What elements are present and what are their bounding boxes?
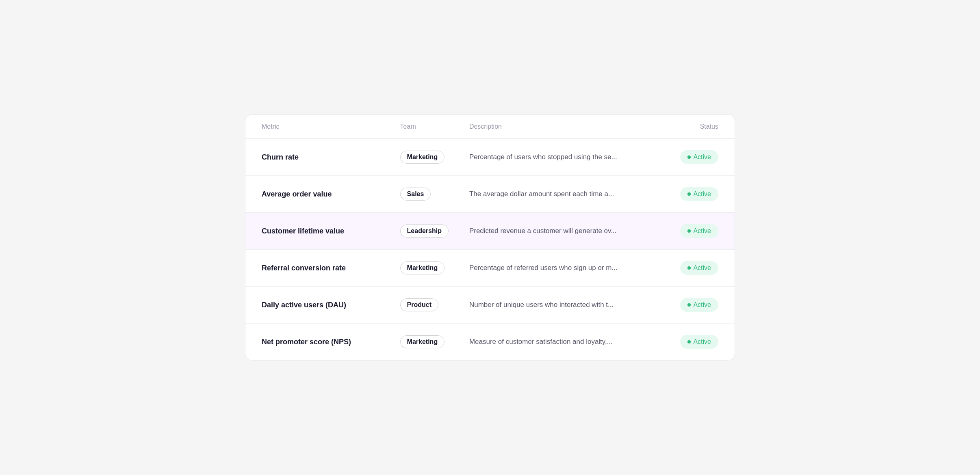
status-badge: Active — [680, 335, 718, 349]
status-cell: Active — [663, 298, 718, 312]
status-badge: Active — [680, 261, 718, 275]
team-badge: Leadership — [400, 225, 449, 238]
status-cell: Active — [663, 261, 718, 275]
description-column-header: Description — [469, 123, 663, 130]
description-text: Percentage of referred users who sign up… — [469, 264, 663, 272]
description-text: Percentage of users who stopped using th… — [469, 153, 663, 161]
status-badge: Active — [680, 187, 718, 201]
team-badge-cell: Marketing — [400, 335, 469, 348]
status-label: Active — [693, 338, 711, 345]
status-badge: Active — [680, 298, 718, 312]
status-dot-icon — [687, 303, 691, 307]
table-row[interactable]: Average order value Sales The average do… — [245, 176, 735, 213]
status-dot-icon — [687, 192, 691, 196]
team-badge: Product — [400, 298, 438, 311]
metric-column-header: Metric — [262, 123, 400, 130]
table-row[interactable]: Net promoter score (NPS) Marketing Measu… — [245, 324, 735, 360]
status-dot-icon — [687, 266, 691, 270]
metric-name: Daily active users (DAU) — [262, 301, 400, 309]
table-row[interactable]: Referral conversion rate Marketing Perce… — [245, 250, 735, 287]
description-text: Predicted revenue a customer will genera… — [469, 227, 663, 235]
status-dot-icon — [687, 155, 691, 159]
status-cell: Active — [663, 187, 718, 201]
metric-name: Churn rate — [262, 153, 400, 162]
team-badge-cell: Marketing — [400, 151, 469, 164]
description-text: Number of unique users who interacted wi… — [469, 301, 663, 309]
status-label: Active — [693, 190, 711, 198]
metric-name: Net promoter score (NPS) — [262, 338, 400, 346]
metrics-table: Metric Team Description Status Churn rat… — [245, 114, 735, 361]
team-badge: Sales — [400, 188, 431, 201]
status-label: Active — [693, 264, 711, 272]
team-badge-cell: Leadership — [400, 225, 469, 238]
status-badge: Active — [680, 150, 718, 164]
team-badge: Marketing — [400, 261, 445, 274]
status-label: Active — [693, 153, 711, 161]
status-cell: Active — [663, 150, 718, 164]
table-row[interactable]: Churn rate Marketing Percentage of users… — [245, 139, 735, 176]
team-column-header: Team — [400, 123, 469, 130]
metric-name: Referral conversion rate — [262, 264, 400, 272]
team-badge: Marketing — [400, 335, 445, 348]
metric-name: Average order value — [262, 190, 400, 199]
status-dot-icon — [687, 340, 691, 343]
description-text: Measure of customer satisfaction and loy… — [469, 338, 663, 346]
team-badge-cell: Marketing — [400, 261, 469, 274]
status-cell: Active — [663, 224, 718, 238]
status-badge: Active — [680, 224, 718, 238]
table-row[interactable]: Customer lifetime value Leadership Predi… — [245, 213, 735, 250]
status-cell: Active — [663, 335, 718, 349]
status-column-header: Status — [663, 123, 718, 130]
team-badge-cell: Product — [400, 298, 469, 311]
team-badge: Marketing — [400, 151, 445, 164]
team-badge-cell: Sales — [400, 188, 469, 201]
description-text: The average dollar amount spent each tim… — [469, 190, 663, 198]
table-row[interactable]: Daily active users (DAU) Product Number … — [245, 287, 735, 324]
metric-name: Customer lifetime value — [262, 227, 400, 235]
status-label: Active — [693, 301, 711, 309]
status-label: Active — [693, 227, 711, 235]
table-header: Metric Team Description Status — [245, 115, 735, 139]
status-dot-icon — [687, 229, 691, 233]
